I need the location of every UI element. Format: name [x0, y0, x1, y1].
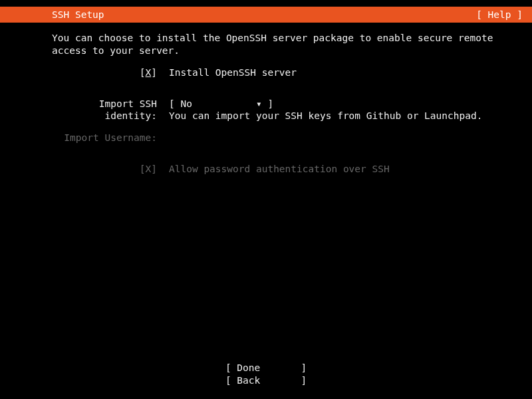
install-openssh-row: [X] Install OpenSSH server: [52, 66, 532, 79]
footer-buttons: [ Done ] [ Back ]: [0, 362, 532, 387]
header-bar: SSH Setup [ Help ]: [0, 7, 532, 23]
intro-text: You can choose to install the OpenSSH se…: [52, 32, 532, 57]
import-identity-row: Import SSH identity: [ No ▾ ] You can im…: [52, 98, 532, 123]
page-title: SSH Setup: [0, 9, 104, 20]
back-button[interactable]: [ Back ]: [0, 374, 532, 387]
content-area: You can choose to install the OpenSSH se…: [0, 23, 532, 176]
allow-password-label: Allow password authentication over SSH: [169, 163, 532, 176]
install-openssh-label: Install OpenSSH server: [169, 66, 532, 79]
allow-password-checkbox[interactable]: [X]: [140, 163, 157, 176]
import-username-label: Import Username:: [52, 132, 169, 144]
allow-password-row: [X] Allow password authentication over S…: [52, 163, 532, 176]
install-checkbox-cell: [X]: [52, 66, 169, 79]
import-identity-label: Import SSH identity:: [52, 98, 169, 123]
install-openssh-checkbox[interactable]: [X]: [140, 66, 157, 79]
help-button[interactable]: [ Help ]: [476, 9, 523, 20]
import-username-row: Import Username:: [52, 132, 532, 144]
done-button[interactable]: [ Done ]: [0, 362, 532, 374]
import-identity-hint: You can import your SSH keys from Github…: [169, 110, 532, 122]
import-identity-dropdown[interactable]: [ No ▾ ]: [169, 98, 273, 110]
allowpw-checkbox-cell: [X]: [52, 163, 169, 176]
